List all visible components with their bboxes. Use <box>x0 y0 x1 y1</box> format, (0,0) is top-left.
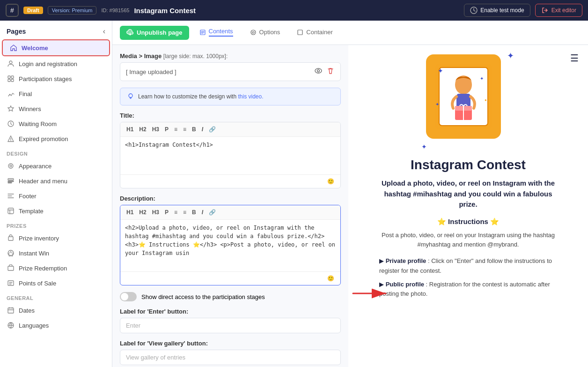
exit-editor-button[interactable]: Exit editor <box>535 4 582 17</box>
svg-rect-10 <box>8 181 14 182</box>
ul-btn[interactable]: ≡ <box>181 125 189 134</box>
sidebar-item-welcome[interactable]: Welcome <box>2 39 110 56</box>
svg-rect-17 <box>8 308 14 313</box>
svg-rect-9 <box>8 179 14 180</box>
sidebar-label-prize-inventory: Prize inventory <box>19 235 59 242</box>
svg-rect-3 <box>11 76 14 78</box>
desc-content[interactable]: <h2>Upload a photo, video, or reel on In… <box>120 220 340 271</box>
test-mode-button[interactable]: Enable test mode <box>464 4 530 17</box>
gallery-field-label: Label for 'View gallery' button: <box>120 340 341 347</box>
unpublish-button[interactable]: Unpublish page <box>120 26 189 40</box>
svg-point-22 <box>315 68 322 73</box>
prize-redemption-icon <box>7 264 15 272</box>
tab-contents[interactable]: Contents <box>193 24 240 41</box>
preview-body-text: Post a photo, video, or reel on your Ins… <box>379 231 557 250</box>
sidebar-item-participation[interactable]: Participation stages <box>0 71 112 86</box>
sidebar-label-participation: Participation stages <box>19 75 72 82</box>
id-badge: ID: #981565 <box>101 7 129 13</box>
tab-options[interactable]: Options <box>243 25 287 40</box>
template-icon <box>7 207 15 215</box>
sidebar-item-instant-win[interactable]: Instant Win <box>0 246 112 261</box>
svg-rect-16 <box>8 281 14 285</box>
sidebar-item-expired[interactable]: Expired promotion <box>0 131 112 146</box>
ol-btn[interactable]: ≡ <box>172 125 180 134</box>
svg-rect-12 <box>8 208 14 214</box>
link-btn[interactable]: 🔗 <box>206 125 218 134</box>
h1-btn[interactable]: H1 <box>124 125 136 134</box>
tab-container[interactable]: Container <box>290 25 339 40</box>
preview-instructions: ⭐ Instructions ⭐ <box>437 217 499 226</box>
desc-h1-btn[interactable]: H1 <box>124 208 136 217</box>
expired-icon <box>7 135 15 143</box>
preview-list-item-2: Public profile : Registration for the co… <box>379 280 557 300</box>
sidebar-collapse-button[interactable]: ‹ <box>103 27 105 36</box>
sidebar-item-appearance[interactable]: Appearance <box>0 158 112 173</box>
title-content[interactable]: <h1>Instagram Contest</h1> <box>120 137 340 174</box>
description-field: Description: H1 H2 H3 P ≡ ≡ B I 🔗 <box>120 195 341 285</box>
participation-toggle[interactable] <box>120 292 137 301</box>
exit-icon <box>541 7 549 14</box>
image-action-buttons <box>314 67 335 77</box>
main-layout: Pages ‹ Welcome Login and registration P… <box>0 21 588 367</box>
emoji-btn-desc[interactable]: 🙂 <box>325 274 337 283</box>
sidebar-item-footer[interactable]: Footer <box>0 188 112 203</box>
desc-italic-btn[interactable]: I <box>199 208 206 217</box>
sidebar-item-template[interactable]: Template <box>0 203 112 218</box>
sidebar-item-languages[interactable]: Languages <box>0 318 112 333</box>
desc-p-btn[interactable]: P <box>162 208 171 217</box>
svg-point-19 <box>251 30 256 35</box>
desc-link-btn[interactable]: 🔗 <box>206 208 218 217</box>
options-icon <box>250 29 257 36</box>
gallery-input[interactable] <box>120 350 341 365</box>
toggle-row: Show direct access to the participation … <box>120 292 341 301</box>
preview-illustration: ✦ ✦ ✦ ● ✦ ✦ <box>426 54 510 148</box>
sidebar-label-final: Final <box>19 90 32 97</box>
image-upload-row: [ Image uploaded ] <box>120 62 341 81</box>
desc-ol-btn[interactable]: ≡ <box>172 208 180 217</box>
sidebar-item-waiting-room[interactable]: Waiting Room <box>0 116 112 131</box>
media-sublabel: [large side: max. 1000px]: <box>163 53 228 60</box>
desc-toolbar: H1 H2 H3 P ≡ ≡ B I 🔗 <box>120 205 340 220</box>
bold-btn[interactable]: B <box>190 125 198 134</box>
sidebar-item-points-of-sale[interactable]: Points of Sale <box>0 276 112 291</box>
svg-rect-21 <box>298 30 302 35</box>
sidebar-item-header[interactable]: Header and menu <box>0 173 112 188</box>
sidebar-item-prize-inventory[interactable]: Prize inventory <box>0 231 112 246</box>
sidebar-label-footer: Footer <box>19 193 37 200</box>
h2-btn[interactable]: H2 <box>137 125 148 134</box>
delete-image-button[interactable] <box>326 67 335 77</box>
title-editor[interactable]: H1 H2 H3 P ≡ ≡ B I 🔗 <h1>Instagram Conte… <box>120 122 341 188</box>
bulb-icon <box>127 93 134 100</box>
sidebar-item-login[interactable]: Login and registration <box>0 56 112 71</box>
h3-btn[interactable]: H3 <box>150 125 162 134</box>
desc-bold-btn[interactable]: B <box>190 208 198 217</box>
desc-ul-btn[interactable]: ≡ <box>181 208 189 217</box>
desc-editor[interactable]: H1 H2 H3 P ≡ ≡ B I 🔗 <h2>Upload a photo,… <box>120 205 341 285</box>
preview-image-button[interactable] <box>314 67 323 77</box>
star-deco-1: ✦ <box>507 51 514 61</box>
participation-icon <box>7 75 15 83</box>
sidebar-item-dates[interactable]: Dates <box>0 303 112 318</box>
preview-list: Private profile : Click on "Enter" and f… <box>379 256 557 303</box>
sidebar-label-dates: Dates <box>19 307 35 314</box>
svg-rect-5 <box>11 79 14 82</box>
sidebar-prizes-title: Prizes <box>0 218 112 231</box>
star-deco-2: ✦ <box>421 143 427 150</box>
emoji-btn-title[interactable]: 🙂 <box>325 177 337 186</box>
title-toolbar: H1 H2 H3 P ≡ ≡ B I 🔗 <box>120 122 340 137</box>
preview-panel: ☰ <box>348 45 588 367</box>
sidebar-item-final[interactable]: Final <box>0 86 112 101</box>
p-btn[interactable]: P <box>162 125 171 134</box>
enter-input[interactable] <box>120 318 341 333</box>
title-field: Title: H1 H2 H3 P ≡ ≡ B I 🔗 <box>120 112 341 188</box>
sidebar-label-prize-redemption: Prize Redemption <box>19 265 67 272</box>
desc-h2-btn[interactable]: H2 <box>137 208 148 217</box>
sidebar-label-languages: Languages <box>19 322 49 329</box>
italic-btn[interactable]: I <box>199 125 206 134</box>
sidebar-item-winners[interactable]: Winners <box>0 101 112 116</box>
media-field: Media > Image [large side: max. 1000px]:… <box>120 52 341 81</box>
sidebar-item-prize-redemption[interactable]: Prize Redemption <box>0 261 112 276</box>
svg-point-7 <box>8 164 13 168</box>
info-link[interactable]: this video. <box>238 93 263 100</box>
desc-h3-btn[interactable]: H3 <box>150 208 162 217</box>
